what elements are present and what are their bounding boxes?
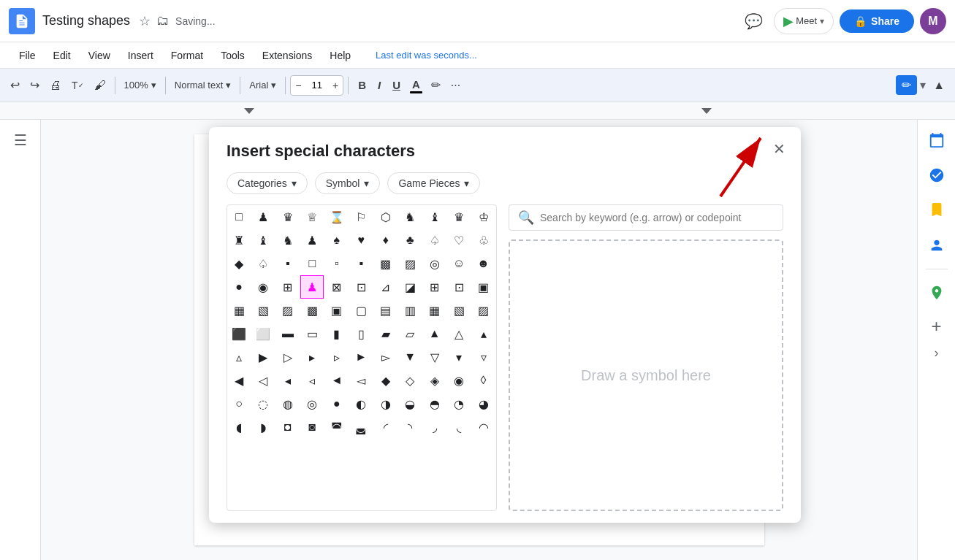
char-cell[interactable]: ◉ — [251, 275, 275, 299]
char-cell[interactable]: ⌛ — [325, 205, 349, 229]
game-pieces-filter-button[interactable]: Game Pieces ▾ — [387, 172, 480, 194]
categories-filter-button[interactable]: Categories ▾ — [227, 172, 308, 194]
outline-icon[interactable]: ☰ — [6, 126, 35, 155]
contacts-sidebar-icon[interactable] — [922, 231, 951, 260]
bold-button[interactable]: B — [353, 77, 371, 93]
calendar-sidebar-icon[interactable] — [922, 126, 951, 155]
char-cell[interactable]: ⊞ — [423, 275, 446, 299]
char-cell[interactable]: ⊡ — [447, 275, 471, 299]
char-cell[interactable]: ▧ — [447, 299, 471, 322]
font-size-increase-button[interactable]: + — [328, 76, 343, 95]
underline-button[interactable]: U — [387, 77, 406, 93]
char-cell[interactable]: ▣ — [472, 275, 495, 299]
style-select[interactable]: Normal text ▾ — [170, 77, 235, 93]
char-cell[interactable]: ▪ — [349, 252, 373, 275]
menu-tools[interactable]: Tools — [213, 47, 252, 64]
menu-insert[interactable]: Insert — [121, 47, 161, 64]
char-cell[interactable]: ◒ — [398, 392, 422, 415]
char-cell[interactable]: ⬡ — [374, 205, 397, 229]
char-cell[interactable]: ◄ — [325, 369, 349, 392]
char-cell[interactable]: ◎ — [300, 392, 324, 415]
char-cell[interactable]: ▨ — [276, 299, 300, 322]
redo-button[interactable]: ↪ — [26, 75, 44, 95]
char-cell[interactable]: ▸ — [300, 345, 324, 369]
char-cell[interactable]: ● — [325, 392, 349, 415]
char-cell[interactable]: ▢ — [349, 299, 373, 322]
char-cell[interactable]: ♟ — [251, 205, 275, 229]
paint-format-button[interactable]: 🖌 — [90, 76, 110, 95]
char-cell[interactable]: ▱ — [398, 322, 422, 345]
char-cell[interactable]: ♡ — [447, 229, 471, 252]
dialog-close-button[interactable]: ✕ — [767, 137, 791, 161]
symbol-filter-button[interactable]: Symbol ▾ — [315, 172, 381, 194]
char-cell[interactable]: ♔ — [472, 205, 495, 229]
char-cell[interactable]: ▫ — [325, 252, 349, 275]
char-cell[interactable]: ◕ — [472, 392, 495, 415]
more-button[interactable]: ··· — [446, 76, 465, 95]
char-cell[interactable]: ♦ — [374, 229, 397, 252]
font-size-decrease-button[interactable]: − — [291, 76, 305, 95]
char-cell[interactable]: ◛ — [349, 415, 373, 439]
char-cell[interactable]: ◉ — [447, 369, 471, 392]
char-cell[interactable]: ◖ — [227, 415, 251, 439]
char-cell[interactable]: ▤ — [374, 299, 397, 322]
char-cell[interactable]: ⬜ — [251, 322, 275, 345]
char-cell[interactable]: ◊ — [472, 369, 495, 392]
char-cell[interactable]: ◚ — [325, 415, 349, 439]
doc-area[interactable]: ♟ Insert special characters ✕ Categories… — [41, 120, 917, 560]
char-cell[interactable]: ♞ — [398, 205, 422, 229]
char-cell[interactable]: ♟ — [300, 229, 324, 252]
add-app-button[interactable]: + — [924, 313, 950, 340]
char-cell[interactable]: ♝ — [251, 229, 275, 252]
char-cell[interactable]: ▵ — [227, 345, 251, 369]
char-cell[interactable]: ◁ — [251, 369, 275, 392]
char-cell[interactable]: ► — [349, 345, 373, 369]
char-cell[interactable]: ◍ — [276, 392, 300, 415]
char-cell[interactable]: ▭ — [300, 322, 324, 345]
menu-help[interactable]: Help — [322, 47, 358, 64]
char-cell[interactable]: ◙ — [300, 415, 324, 439]
toolbar-collapse-button[interactable]: ▲ — [929, 76, 949, 95]
char-cell[interactable]: ♤ — [251, 252, 275, 275]
char-cell[interactable]: ▥ — [398, 299, 422, 322]
print-button[interactable]: 🖨 — [45, 76, 66, 95]
char-cell[interactable]: ◔ — [447, 392, 471, 415]
char-cell[interactable]: ◠ — [472, 415, 495, 439]
char-cell[interactable]: ▩ — [300, 299, 324, 322]
char-cell[interactable]: ♞ — [276, 229, 300, 252]
char-cell[interactable]: ◇ — [398, 369, 422, 392]
undo-button[interactable]: ↩ — [6, 75, 24, 95]
comment-button[interactable]: 💬 — [739, 7, 768, 36]
menu-view[interactable]: View — [81, 47, 118, 64]
highlight-button[interactable]: ✏ — [427, 75, 445, 95]
char-cell[interactable]: ◈ — [423, 369, 446, 392]
spell-check-button[interactable]: T✓ — [67, 77, 88, 94]
char-cell[interactable]: ▬ — [276, 322, 300, 345]
char-cell[interactable]: ▲ — [423, 322, 446, 345]
char-cell[interactable]: ▦ — [423, 299, 446, 322]
char-cell[interactable]: ◎ — [423, 252, 446, 275]
char-cell[interactable]: ◪ — [398, 275, 422, 299]
char-cell[interactable]: ▼ — [398, 345, 422, 369]
char-cell[interactable]: ▧ — [251, 299, 275, 322]
char-cell[interactable]: ♣ — [398, 229, 422, 252]
char-cell[interactable]: ▹ — [325, 345, 349, 369]
italic-button[interactable]: I — [373, 77, 386, 93]
char-cell[interactable]: ⊡ — [349, 275, 373, 299]
avatar[interactable]: M — [920, 8, 946, 34]
char-cell[interactable]: △ — [447, 322, 471, 345]
char-cell[interactable]: ☻ — [472, 252, 495, 275]
char-cell[interactable]: ◘ — [276, 415, 300, 439]
char-cell[interactable]: ◃ — [300, 369, 324, 392]
right-sidebar-expand-icon[interactable]: › — [935, 345, 939, 361]
char-cell[interactable]: ⊞ — [276, 275, 300, 299]
char-cell[interactable]: ◑ — [374, 392, 397, 415]
char-cell[interactable]: ⊿ — [374, 275, 397, 299]
char-cell[interactable]: ◜ — [374, 415, 397, 439]
char-cell[interactable]: ◌ — [251, 392, 275, 415]
char-cell[interactable]: ▶ — [251, 345, 275, 369]
char-cell[interactable]: ● — [227, 275, 251, 299]
char-cell[interactable]: ▦ — [227, 299, 251, 322]
char-cell-selected[interactable]: ♟ — [300, 275, 324, 299]
char-cell[interactable]: ▻ — [374, 345, 397, 369]
